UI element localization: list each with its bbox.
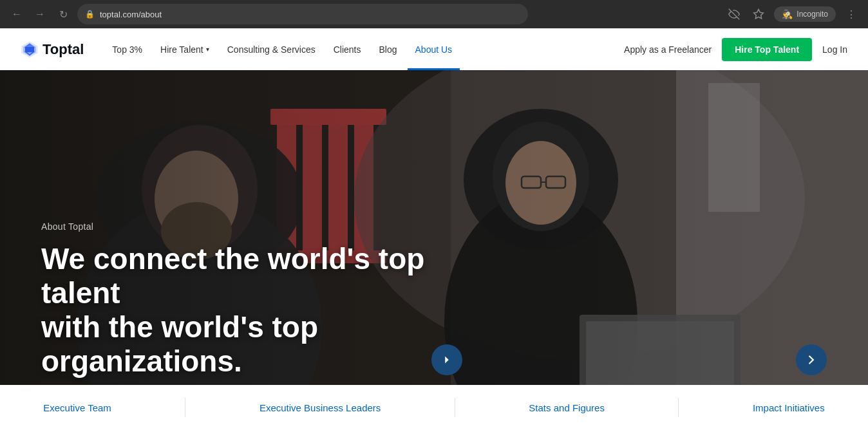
hero-title-line2: with the world's top organizations.	[41, 310, 318, 378]
reload-button[interactable]: ↻	[54, 5, 72, 23]
scroll-button-right[interactable]	[796, 344, 827, 375]
navbar-right: Apply as a Freelancer Hire Top Talent Lo…	[624, 38, 847, 61]
login-link[interactable]: Log In	[822, 44, 847, 55]
navbar-nav: Top 3% Hire Talent ▾ Consulting & Servic…	[104, 28, 624, 70]
site-wrapper: Toptal Top 3% Hire Talent ▾ Consulting &…	[0, 28, 868, 430]
bottom-nav-impact[interactable]: Impact Initiatives	[740, 402, 838, 413]
bottom-nav-divider-1	[185, 398, 185, 417]
toptal-logo-icon	[21, 41, 39, 59]
toptal-logo[interactable]: Toptal	[21, 41, 84, 59]
bottom-nav-divider-3	[678, 398, 679, 417]
bottom-nav-stats[interactable]: Stats and Figures	[516, 402, 618, 413]
nav-top3[interactable]: Top 3%	[104, 28, 150, 70]
back-button[interactable]: ←	[8, 5, 26, 23]
incognito-label: Incognito	[797, 10, 828, 19]
url-text: toptal.com/about	[100, 10, 162, 19]
scroll-button-left[interactable]	[431, 344, 462, 375]
arrow-right-icon	[804, 353, 818, 367]
bottom-nav-exec-business[interactable]: Executive Business Leaders	[247, 402, 393, 413]
nav-blog[interactable]: Blog	[371, 28, 404, 70]
bottom-nav-divider-2	[455, 398, 455, 417]
hero-title: We connect the world's top talent with t…	[41, 242, 492, 379]
browser-chrome: ← → ↻ 🔒 toptal.com/about 🕵 Incognito ⋮	[0, 0, 868, 28]
bottom-nav: Executive Team Executive Business Leader…	[0, 385, 868, 430]
forward-button[interactable]: →	[31, 5, 49, 23]
nav-consulting[interactable]: Consulting & Services	[220, 28, 323, 70]
hero-label: About Toptal	[41, 221, 492, 232]
bottom-nav-executive-team[interactable]: Executive Team	[30, 402, 124, 413]
browser-actions: 🕵 Incognito ⋮	[725, 5, 860, 23]
browser-menu-button[interactable]: ⋮	[842, 5, 860, 23]
apply-freelancer-link[interactable]: Apply as a Freelancer	[624, 44, 712, 55]
hero-title-line1: We connect the world's top talent	[41, 242, 424, 310]
incognito-badge: 🕵 Incognito	[774, 6, 836, 22]
hero-content: About Toptal We connect the world's top …	[41, 221, 492, 379]
navbar: Toptal Top 3% Hire Talent ▾ Consulting &…	[0, 28, 868, 70]
lock-icon: 🔒	[85, 10, 95, 19]
arrow-right-icon-left	[440, 353, 454, 367]
hire-talent-chevron: ▾	[206, 46, 209, 53]
svg-rect-5	[25, 46, 34, 51]
incognito-hat-icon: 🕵	[782, 9, 793, 19]
hero-section: About Toptal We connect the world's top …	[0, 70, 868, 430]
toptal-logo-text: Toptal	[42, 41, 84, 58]
hire-top-talent-button[interactable]: Hire Top Talent	[722, 38, 812, 61]
svg-marker-1	[754, 10, 764, 19]
eye-slash-icon[interactable]	[725, 5, 743, 23]
bookmark-icon[interactable]	[750, 5, 768, 23]
nav-about[interactable]: About Us	[408, 28, 460, 70]
nav-clients[interactable]: Clients	[326, 28, 369, 70]
nav-hire-talent[interactable]: Hire Talent ▾	[153, 28, 217, 70]
address-bar[interactable]: 🔒 toptal.com/about	[77, 4, 528, 24]
